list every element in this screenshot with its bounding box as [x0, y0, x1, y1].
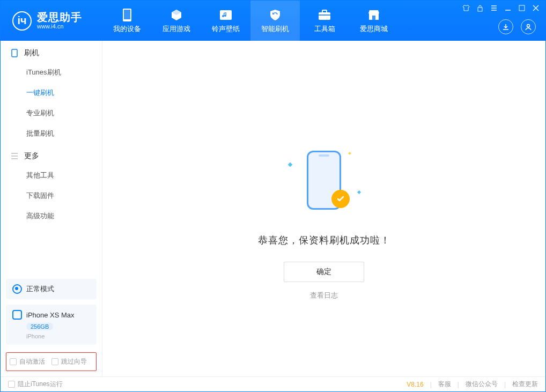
svg-rect-3	[319, 12, 330, 20]
mode-card[interactable]: 正常模式	[6, 279, 97, 299]
sidebar-item-onekey[interactable]: 一键刷机	[26, 83, 102, 103]
sidebar-item-advanced[interactable]: 高级功能	[26, 206, 102, 226]
nav-label: 智能刷机	[261, 24, 289, 34]
checkbox-auto-activate[interactable]: 自动激活	[10, 357, 45, 366]
user-button[interactable]	[521, 19, 536, 34]
sidebar-item-batch[interactable]: 批量刷机	[26, 123, 102, 144]
logo-text: 爱思助手 www.i4.cn	[37, 11, 82, 29]
separator: |	[430, 381, 432, 388]
top-nav: 我的设备 应用游戏 铃声壁纸 智能刷机	[102, 1, 399, 41]
phone-small-icon	[10, 49, 19, 57]
checkbox-label: 跳过向导	[61, 357, 87, 366]
window-controls	[462, 4, 540, 12]
footer-right: V8.16 | 客服 | 微信公众号 | 检查更新	[407, 380, 538, 389]
separator: |	[504, 381, 506, 388]
section-title: 刷机	[24, 48, 39, 58]
music-folder-icon	[219, 8, 233, 22]
store-icon	[367, 8, 381, 22]
sidebar-item-firmware[interactable]: 下载固件	[26, 186, 102, 206]
footer: 阻止iTunes运行 V8.16 | 客服 | 微信公众号 | 检查更新	[1, 376, 545, 391]
checkbox-block-itunes[interactable]: 阻止iTunes运行	[8, 380, 63, 389]
nav-flash[interactable]: 智能刷机	[250, 1, 300, 41]
app-url: www.i4.cn	[37, 23, 82, 29]
nav-toolbox[interactable]: 工具箱	[300, 1, 349, 41]
highlighted-checkbox-row: 自动激活 跳过向导	[6, 352, 97, 371]
toolbox-icon	[318, 8, 331, 22]
success-illustration	[286, 143, 361, 218]
separator: |	[458, 381, 459, 388]
version-label: V8.16	[407, 381, 423, 388]
svg-rect-1	[124, 10, 130, 19]
device-card[interactable]: iPhone XS Max 256GB iPhone	[6, 305, 97, 345]
svg-rect-9	[519, 5, 525, 11]
sidebar-item-pro[interactable]: 专业刷机	[26, 103, 102, 123]
sidebar-flash-items: iTunes刷机 一键刷机 专业刷机 批量刷机	[1, 62, 102, 144]
svg-rect-4	[322, 10, 327, 13]
logo-icon: iч	[12, 11, 32, 31]
mode-icon	[12, 284, 22, 294]
device-storage: 256GB	[26, 323, 53, 330]
checkbox-label: 自动激活	[19, 357, 45, 366]
menu-icon[interactable]	[490, 4, 498, 12]
sparkle-icon	[357, 190, 361, 194]
minimize-icon[interactable]	[504, 4, 512, 12]
nav-label: 爱思商城	[360, 24, 388, 34]
logo-area: iч 爱思助手 www.i4.cn	[1, 1, 102, 41]
maximize-icon[interactable]	[518, 4, 526, 12]
device-small-icon	[12, 310, 22, 320]
nav-ringtone[interactable]: 铃声壁纸	[201, 1, 250, 41]
svg-rect-8	[478, 8, 482, 11]
nav-label: 铃声壁纸	[212, 24, 240, 34]
body: 刷机 iTunes刷机 一键刷机 专业刷机 批量刷机 更多 其他工具 下载固件 …	[1, 41, 545, 376]
refresh-shield-icon	[268, 8, 282, 22]
view-log-link[interactable]: 查看日志	[310, 291, 338, 300]
download-button[interactable]	[498, 19, 513, 34]
svg-rect-11	[12, 49, 17, 57]
sidebar-item-itunes[interactable]: iTunes刷机	[26, 62, 102, 83]
sidebar-bottom: 正常模式 iPhone XS Max 256GB iPhone 自动激活	[1, 273, 102, 376]
footer-link-support[interactable]: 客服	[438, 380, 451, 389]
nav-label: 工具箱	[314, 24, 335, 34]
nav-label: 应用游戏	[163, 24, 190, 34]
nav-my-device[interactable]: 我的设备	[102, 1, 152, 41]
tshirt-icon[interactable]	[462, 4, 470, 12]
close-icon[interactable]	[532, 4, 540, 12]
app-title: 爱思助手	[37, 11, 82, 23]
app-window: iч 爱思助手 www.i4.cn 我的设备 应用游戏	[0, 0, 546, 392]
checkbox-icon	[51, 358, 58, 365]
header: iч 爱思助手 www.i4.cn 我的设备 应用游戏	[1, 1, 545, 41]
sidebar-item-other[interactable]: 其他工具	[26, 165, 102, 186]
footer-link-update[interactable]: 检查更新	[512, 380, 538, 389]
header-actions	[498, 19, 536, 34]
checkbox-icon	[8, 381, 15, 388]
footer-link-wechat[interactable]: 微信公众号	[466, 380, 498, 389]
sidebar-section-more: 更多	[1, 144, 102, 165]
cube-icon	[169, 8, 183, 22]
svg-rect-5	[319, 14, 330, 16]
checkbox-label: 阻止iTunes运行	[18, 380, 63, 389]
nav-store[interactable]: 爱思商城	[349, 1, 399, 41]
checkbox-icon	[10, 358, 17, 365]
device-icon	[120, 8, 134, 22]
device-name: iPhone XS Max	[26, 311, 75, 319]
lock-icon[interactable]	[476, 4, 484, 12]
checkbox-skip-guide[interactable]: 跳过向导	[51, 357, 87, 366]
list-icon	[10, 152, 19, 160]
svg-point-10	[527, 25, 530, 27]
sidebar: 刷机 iTunes刷机 一键刷机 专业刷机 批量刷机 更多 其他工具 下载固件 …	[1, 41, 102, 376]
nav-label: 我的设备	[113, 24, 141, 34]
sparkle-icon	[288, 162, 292, 167]
success-message: 恭喜您，保资料刷机成功啦！	[258, 234, 390, 247]
svg-rect-7	[372, 16, 375, 20]
main-content: 恭喜您，保资料刷机成功啦！ 确定 查看日志	[102, 41, 545, 376]
checkmark-badge-icon	[331, 190, 350, 208]
mode-label: 正常模式	[26, 284, 54, 294]
sparkle-icon	[348, 152, 351, 155]
sidebar-section-flash: 刷机	[1, 41, 102, 62]
section-title: 更多	[24, 151, 39, 161]
device-type: iPhone	[26, 333, 90, 339]
sidebar-more-items: 其他工具 下载固件 高级功能	[1, 165, 102, 226]
ok-button[interactable]: 确定	[284, 262, 364, 282]
nav-apps[interactable]: 应用游戏	[152, 1, 201, 41]
